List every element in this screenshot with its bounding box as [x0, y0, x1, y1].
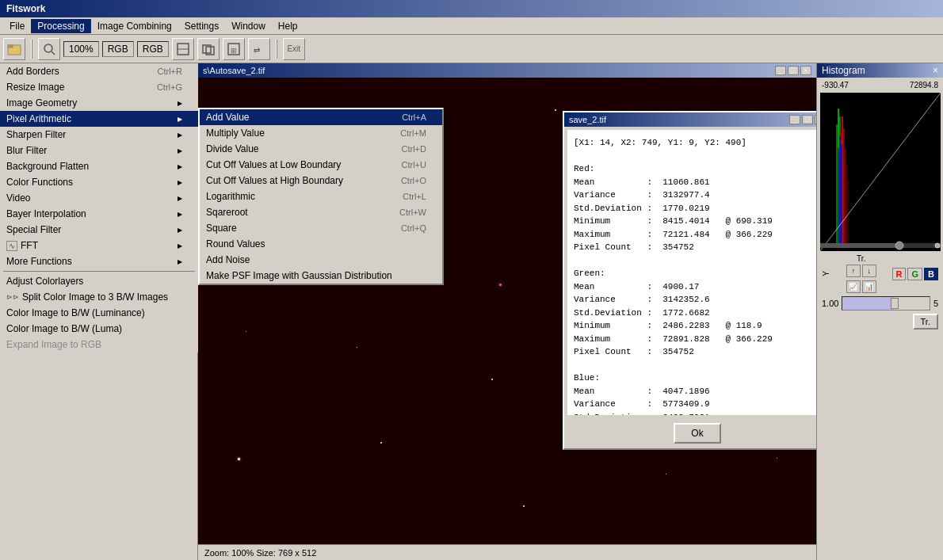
- blur-filter-arrow: ▶: [178, 147, 182, 154]
- close-btn[interactable]: ×: [800, 66, 811, 75]
- toolbar-btn5[interactable]: ⇄: [248, 38, 270, 60]
- gamma-slider-track[interactable]: [842, 296, 930, 310]
- left-panel: Add Borders Ctrl+R Resize Image Ctrl+G I…: [0, 63, 198, 560]
- hist-controls-row: Y Tr. ↑ ↓ 📈 📊 R G B: [819, 253, 941, 295]
- histogram-panel: Histogram × -930.47 72894.8 4135.27 5196…: [816, 63, 943, 560]
- hist-graph-btn2[interactable]: 📊: [862, 280, 876, 293]
- cutoff-low-label: Cut Off Values at Low Boundary: [206, 159, 341, 170]
- rgb-label2: RGB: [137, 41, 169, 57]
- multiply-value-shortcut: Ctrl+M: [400, 128, 426, 138]
- menu-image-combining[interactable]: Image Combining: [91, 19, 178, 33]
- submenu-add-noise[interactable]: Add Noise: [200, 252, 442, 268]
- menu-file[interactable]: File: [3, 19, 31, 33]
- divide-value-label: Divide Value: [206, 143, 258, 154]
- gamma-row: 1.00 5: [819, 295, 941, 312]
- menu-color-to-bw-lum[interactable]: Color Image to B/W (Luminance): [0, 305, 198, 321]
- menu-processing[interactable]: Processing: [31, 19, 90, 33]
- svg-point-30: [935, 243, 940, 248]
- svg-point-29: [895, 242, 903, 250]
- rgb-r-btn[interactable]: R: [892, 268, 907, 280]
- hist-ctrl-btn1[interactable]: ↑: [846, 265, 861, 277]
- status-text: Zoom: 100% Size: 769 x 512: [204, 548, 316, 558]
- gamma-fill: [842, 297, 895, 310]
- submenu-divide-value[interactable]: Divide Value Ctrl+D: [200, 141, 442, 157]
- menu-blur-filter[interactable]: Blur Filter ▶: [0, 143, 198, 158]
- submenu-sqareroot[interactable]: Sqareroot Ctrl+W: [200, 204, 442, 220]
- rgb-label1: RGB: [102, 41, 134, 57]
- bayer-label: Bayer Interpolation: [6, 208, 86, 219]
- svg-line-3: [52, 51, 55, 55]
- menu-more-functions[interactable]: More Functions ▶: [0, 253, 198, 269]
- ok-button[interactable]: Ok: [674, 423, 720, 444]
- svg-rect-28: [820, 243, 899, 248]
- submenu-logarithmic[interactable]: Logarithmic Ctrl+L: [200, 189, 442, 204]
- menu-background-flatten[interactable]: Background Flatten ▶: [0, 158, 198, 174]
- hist-graph-btn1[interactable]: 📈: [846, 280, 861, 293]
- svg-text:⇄: ⇄: [254, 46, 260, 55]
- add-borders-label: Add Borders: [6, 66, 59, 77]
- histogram-close-btn[interactable]: ×: [933, 65, 938, 76]
- hist-ctrl-btn2[interactable]: ↓: [862, 265, 876, 277]
- menu-color-to-bw-luma[interactable]: Color Image to B/W (Luma): [0, 321, 198, 337]
- color-functions-label: Color Functions: [6, 177, 73, 188]
- menu-expand-rgb[interactable]: Expand Image to RGB: [0, 337, 198, 352]
- image-status-bar: Zoom: 100% Size: 769 x 512: [198, 544, 816, 560]
- menu-fft[interactable]: ∿ FFT ▶: [0, 238, 198, 253]
- toolbar-zoom-btn[interactable]: [38, 38, 60, 60]
- toolbar-btn3[interactable]: [197, 38, 220, 60]
- menu-color-functions[interactable]: Color Functions ▶: [0, 174, 198, 190]
- bayer-arrow: ▶: [178, 211, 182, 218]
- minimize-btn[interactable]: _: [775, 66, 786, 75]
- submenu-cutoff-high[interactable]: Cut Off Values at High Boundary Ctrl+O: [200, 173, 442, 189]
- gamma-button[interactable]: Tr.: [913, 314, 938, 330]
- stats-maximize-btn[interactable]: □: [802, 115, 813, 124]
- submenu-square[interactable]: Square Ctrl+Q: [200, 220, 442, 236]
- toolbar-btn4[interactable]: ⊞: [223, 38, 245, 60]
- main-area: Add Borders Ctrl+R Resize Image Ctrl+G I…: [0, 63, 943, 560]
- stats-minimize-btn[interactable]: _: [789, 115, 800, 124]
- gamma-btn-row: Tr.: [819, 312, 941, 331]
- menu-settings[interactable]: Settings: [178, 19, 225, 33]
- round-values-label: Round Values: [206, 238, 265, 250]
- submenu-add-value[interactable]: Add Value Ctrl+A: [200, 109, 442, 125]
- image-geometry-label: Image Geometry: [6, 97, 77, 109]
- menu-help[interactable]: Help: [272, 19, 304, 33]
- menu-adjust-colorlayers[interactable]: Adjust Colorlayers: [0, 273, 198, 289]
- svg-rect-21: [846, 164, 848, 243]
- submenu-cutoff-low[interactable]: Cut Off Values at Low Boundary Ctrl+U: [200, 157, 442, 173]
- toolbar-btn2[interactable]: [172, 38, 194, 60]
- gamma-thumb[interactable]: [891, 298, 899, 309]
- menu-sharpen-filter[interactable]: Sharpen Filter ▶: [0, 127, 198, 143]
- resize-image-label: Resize Image: [6, 82, 64, 93]
- more-functions-label: More Functions: [6, 256, 72, 267]
- rgb-g-btn[interactable]: G: [907, 268, 922, 280]
- stats-title-bar: save_2.tif _ □ ×: [564, 112, 816, 127]
- menu-video[interactable]: Video ▶: [0, 190, 198, 206]
- toolbar-open-btn[interactable]: [3, 38, 25, 60]
- submenu-make-psf[interactable]: Make PSF Image with Gaussian Distributio…: [200, 268, 442, 284]
- image-geometry-arrow: ▶: [178, 100, 182, 107]
- menu-image-geometry[interactable]: Image Geometry ▶: [0, 95, 198, 111]
- menu-pixel-arithmetic[interactable]: Pixel Arithmetic ▶: [0, 111, 198, 127]
- menu-split-color[interactable]: ⊳⊳ Split Color Image to 3 B/W Images: [0, 289, 198, 305]
- maximize-btn[interactable]: □: [788, 66, 799, 75]
- menu-window[interactable]: Window: [225, 19, 272, 33]
- submenu-round-values[interactable]: Round Values: [200, 236, 442, 252]
- menu-bayer[interactable]: Bayer Interpolation ▶: [0, 206, 198, 222]
- color-functions-arrow: ▶: [178, 179, 182, 186]
- toolbar-exit-btn[interactable]: Exit: [283, 38, 305, 60]
- star: [523, 505, 525, 507]
- svg-rect-20: [845, 148, 846, 243]
- color-to-bw-lum-label: Color Image to B/W (Luminance): [6, 307, 145, 318]
- stats-close-btn[interactable]: ×: [815, 115, 816, 124]
- histogram-label: Histogram: [822, 65, 865, 76]
- star: [380, 442, 382, 444]
- submenu-multiply-value[interactable]: Multiply Value Ctrl+M: [200, 125, 442, 141]
- menu-special-filter[interactable]: Special Filter ▶: [0, 222, 198, 238]
- cutoff-high-shortcut: Ctrl+O: [401, 176, 426, 185]
- menu-resize-image[interactable]: Resize Image Ctrl+G: [0, 79, 198, 95]
- rgb-b-btn[interactable]: B: [924, 268, 938, 280]
- image-title-bar: s\Autosave_2.tif _ □ ×: [198, 63, 816, 78]
- hist-tr-label: Tr.: [857, 254, 865, 263]
- menu-add-borders[interactable]: Add Borders Ctrl+R: [0, 63, 198, 79]
